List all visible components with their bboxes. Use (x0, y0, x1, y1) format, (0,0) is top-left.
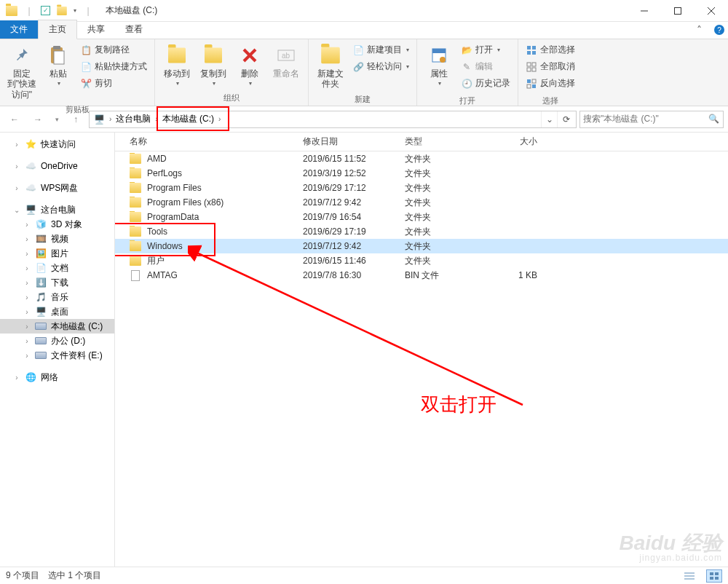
navitem-thispc[interactable]: ⌄🖥️这台电脑 (0, 202, 114, 217)
paste-button[interactable]: 粘贴 ▾ (41, 42, 76, 87)
navitem-3d[interactable]: ›🧊3D 对象 (0, 217, 114, 232)
file-type: 文件夹 (399, 167, 478, 180)
tab-share[interactable]: 共享 (77, 20, 115, 39)
file-name: PerfLogs (147, 168, 182, 178)
file-row[interactable]: Tools2019/6/29 17:19文件夹 (115, 224, 728, 239)
svg-rect-22 (532, 79, 536, 83)
navitem-downloads[interactable]: ›⬇️下载 (0, 275, 114, 290)
copy-path-button[interactable]: 📋复制路径 (77, 42, 150, 58)
file-name: Tools (147, 226, 167, 237)
folder-icon (130, 153, 141, 165)
recent-locations-button[interactable]: ▾ (51, 111, 63, 128)
col-size[interactable]: 大小 (478, 135, 543, 148)
file-type: 文件夹 (399, 226, 478, 238)
svg-point-12 (440, 57, 446, 63)
ribbon-collapse-button[interactable]: ˄ (690, 21, 708, 39)
qat-dropdown-icon[interactable]: ▾ (74, 7, 76, 14)
refresh-button[interactable]: ⟳ (557, 111, 574, 127)
file-row[interactable]: ProgramData2019/7/9 16:54文件夹 (115, 210, 728, 224)
up-button[interactable]: ↑ (66, 111, 86, 128)
easy-access-icon: 🔗 (352, 61, 364, 73)
back-button[interactable]: ← (4, 111, 25, 128)
folder-icon (130, 197, 141, 208)
select-all-button[interactable]: 全部选择 (523, 42, 578, 58)
pin-quick-access-button[interactable]: 固定到"快速访问" (4, 42, 39, 100)
search-box[interactable]: 搜索"本地磁盘 (C:)" 🔍 (579, 111, 724, 128)
qat-checkbox-icon[interactable]: ✓ (41, 6, 50, 15)
window-title: 本地磁盘 (C:) (106, 4, 157, 17)
edit-button[interactable]: ✎编辑 (458, 59, 513, 74)
edit-icon: ✎ (461, 61, 472, 73)
tab-file[interactable]: 文件 (0, 20, 38, 39)
breadcrumb-drive-c[interactable]: 本地磁盘 (C:) (159, 111, 217, 127)
view-details-button[interactable] (681, 569, 697, 583)
file-name: AMD (147, 154, 167, 164)
navitem-wps[interactable]: ›☁️WPS网盘 (0, 181, 114, 195)
new-item-button[interactable]: 📄新建项目▾ (349, 42, 412, 58)
group-organize: 移动到▾ 复制到▾ 删除▾ ab重命名 组织 (155, 39, 309, 106)
properties-button[interactable]: 属性▾ (422, 42, 456, 87)
file-list[interactable]: AMD2019/6/15 11:52文件夹PerfLogs2019/3/19 1… (115, 151, 728, 567)
breadcrumb-thispc[interactable]: 这台电脑 (113, 111, 154, 127)
navitem-desktop[interactable]: ›🖥️桌面 (0, 304, 114, 319)
navitem-onedrive[interactable]: ›☁️OneDrive (0, 159, 114, 173)
file-list-area: 名称 修改日期 类型 大小 AMD2019/6/15 11:52文件夹PerfL… (115, 133, 728, 567)
navitem-documents[interactable]: ›📄文档 (0, 261, 114, 275)
select-none-button[interactable]: 全部取消 (523, 59, 578, 74)
col-type[interactable]: 类型 (399, 135, 478, 148)
breadcrumb-root[interactable]: 🖥️ (91, 111, 108, 127)
file-row[interactable]: Program Files2019/6/29 17:12文件夹 (115, 181, 728, 195)
navitem-network[interactable]: ›🌐网络 (0, 370, 114, 384)
rename-button[interactable]: ab重命名 (269, 42, 304, 79)
navitem-drive-d[interactable]: ›办公 (D:) (0, 334, 114, 348)
group-select: 全部选择 全部取消 反向选择 选择 (518, 39, 582, 106)
address-bar[interactable]: 🖥️ › 这台电脑 › 本地磁盘 (C:) › ⌄ ⟳ (89, 111, 577, 128)
file-type: 文件夹 (399, 182, 478, 194)
navitem-drive-e[interactable]: ›文件资料 (E:) (0, 348, 114, 363)
delete-button[interactable]: 删除▾ (232, 42, 267, 87)
view-icons-button[interactable] (706, 569, 722, 583)
history-button[interactable]: 🕘历史记录 (458, 76, 513, 91)
file-row[interactable]: PerfLogs2019/3/19 12:52文件夹 (115, 166, 728, 181)
open-button[interactable]: 📂打开▾ (458, 42, 513, 58)
paste-shortcut-button[interactable]: 📄粘贴快捷方式 (77, 59, 150, 74)
help-button[interactable]: ? (711, 21, 728, 39)
tab-view[interactable]: 查看 (115, 20, 153, 39)
easy-access-button[interactable]: 🔗轻松访问▾ (349, 59, 412, 74)
breadcrumb-sep-icon[interactable]: › (108, 115, 113, 123)
cut-button[interactable]: ✂️剪切 (77, 76, 150, 91)
minimize-button[interactable] (628, 0, 661, 22)
file-row[interactable]: 用户2019/6/15 11:46文件夹 (115, 253, 728, 268)
maximize-button[interactable] (661, 0, 695, 22)
breadcrumb-sep2-icon[interactable]: › (154, 115, 159, 123)
file-row[interactable]: Windows2019/7/12 9:42文件夹 (115, 239, 728, 253)
close-button[interactable] (695, 0, 728, 22)
navigation-pane[interactable]: ›⭐快速访问 ›☁️OneDrive ›☁️WPS网盘 ⌄🖥️这台电脑 ›🧊3D… (0, 133, 115, 567)
new-folder-icon (319, 44, 342, 67)
move-to-button[interactable]: 移动到▾ (159, 42, 194, 87)
invert-selection-button[interactable]: 反向选择 (523, 76, 578, 91)
address-dropdown-button[interactable]: ⌄ (541, 111, 557, 127)
col-date[interactable]: 修改日期 (297, 135, 399, 148)
navitem-quick-access[interactable]: ›⭐快速访问 (0, 137, 114, 151)
file-row[interactable]: AMTAG2019/7/8 16:30BIN 文件1 KB (115, 268, 728, 283)
navitem-drive-c[interactable]: ›本地磁盘 (C:) (0, 319, 114, 334)
navitem-videos[interactable]: ›🎞️视频 (0, 232, 114, 246)
col-name[interactable]: 名称 (115, 135, 297, 148)
group-clipboard: 固定到"快速访问" 粘贴 ▾ 📋复制路径 📄粘贴快捷方式 ✂️剪切 剪贴板 (0, 39, 155, 106)
navitem-pictures[interactable]: ›🖼️图片 (0, 246, 114, 261)
file-date: 2019/7/8 16:30 (297, 270, 399, 280)
tab-home[interactable]: 主页 (38, 20, 77, 39)
invert-selection-icon (526, 78, 537, 90)
rename-icon: ab (274, 44, 298, 67)
forward-button[interactable]: → (28, 111, 48, 128)
new-folder-button[interactable]: 新建文件夹 (313, 42, 348, 90)
breadcrumb-sep3-icon[interactable]: › (217, 115, 222, 123)
file-row[interactable]: AMD2019/6/15 11:52文件夹 (115, 151, 728, 166)
file-row[interactable]: Program Files (x86)2019/7/12 9:42文件夹 (115, 195, 728, 210)
titlebar: | ✓ ▾ | 本地磁盘 (C:) (0, 0, 728, 22)
file-date: 2019/7/12 9:42 (297, 241, 399, 251)
new-item-icon: 📄 (352, 44, 364, 56)
navitem-music[interactable]: ›🎵音乐 (0, 290, 114, 304)
copy-to-button[interactable]: 复制到▾ (196, 42, 231, 87)
